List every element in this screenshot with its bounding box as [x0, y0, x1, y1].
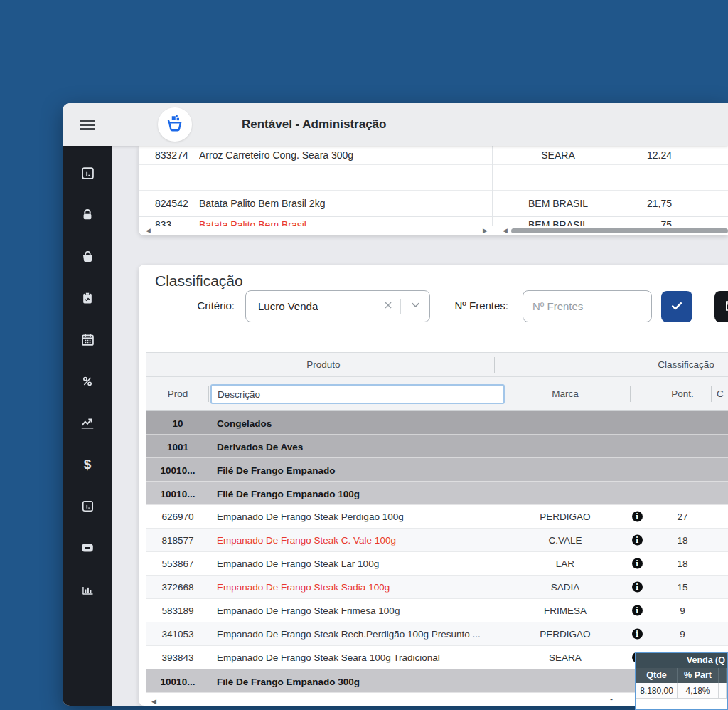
cart-logo-icon [158, 107, 192, 142]
venda-tooltip: Venda (Q Qtde % Part 8.180,00 4,18% [635, 652, 728, 710]
product-points: 15 [647, 582, 718, 593]
info-icon[interactable]: i [632, 558, 643, 569]
grid-group-header: Produto Classificação [146, 352, 728, 377]
criterio-select[interactable]: Lucro Venda [245, 290, 430, 322]
tooltip-title: Venda (Q [636, 653, 727, 668]
product-description: Arroz Carreteiro Cong. Seara 300g [199, 149, 353, 161]
trend-up-icon[interactable] [63, 402, 112, 444]
group-row[interactable]: 10010...Filé De Frango Empanado [146, 458, 728, 482]
product-value: ...75 [629, 219, 672, 226]
app-header: Rentável - Administração [63, 103, 728, 146]
header-divider [494, 357, 495, 373]
product-brand: BEM BRASIL [508, 219, 608, 226]
scroll-left-icon[interactable]: ◀ [146, 227, 151, 235]
table-row[interactable]: 833274 Arroz Carreteiro Cong. Seara 300g… [139, 146, 728, 165]
header-divider [630, 386, 631, 402]
product-row[interactable]: 553867Empanado De Frango Steak Lar 100gL… [146, 552, 728, 576]
product-brand: SEARA [508, 149, 608, 161]
info-icon[interactable]: i [632, 605, 643, 616]
confirm-button[interactable] [661, 291, 692, 322]
footer-dash: - [601, 693, 622, 706]
product-code: 818577 [146, 535, 210, 546]
clipped-value [719, 683, 727, 698]
group-row[interactable]: 1001Derivados De Aves [146, 435, 728, 458]
product-points: 9 [647, 629, 718, 640]
product-code: 341053 [146, 629, 210, 640]
save-icon [724, 300, 728, 314]
marca-column-header[interactable]: Marca [508, 377, 622, 411]
app-window: Rentável - Administração $ 833274 Arroz … [63, 103, 728, 706]
group-row[interactable]: 10Congelados [146, 411, 728, 435]
product-code: 833... [155, 219, 180, 226]
classification-card: Classificação Critério: Lucro Venda Nº F… [139, 265, 728, 706]
info-icon[interactable]: i [632, 512, 643, 522]
product-code: 393843 [146, 652, 210, 663]
product-description: Batata Palito Bem Brasil ... [199, 219, 318, 226]
scroll-right-icon[interactable]: ▶ [483, 227, 488, 235]
save-button[interactable] [714, 291, 728, 322]
product-description: Empanado De Frango Steak Frimesa 100g [217, 605, 400, 616]
frentes-input[interactable] [523, 290, 652, 322]
part-value: 4,18% [678, 683, 719, 698]
app-title: Rentável - Administração [242, 103, 386, 146]
product-row[interactable]: 341053Empanado De Frango Steak Rech.Perd… [146, 622, 728, 646]
product-brand: BEM BRASIL [508, 198, 608, 209]
table-row[interactable]: 824542 Batata Palito Bem Brasil 2kg BEM … [139, 191, 728, 217]
product-brand: SADIA [508, 582, 622, 593]
product-description: Empanado De Frango Steak Perdigão 100g [217, 512, 404, 522]
group-description: Congelados [217, 418, 272, 428]
panel-divider [492, 146, 493, 226]
descricao-filter-input[interactable] [210, 384, 505, 404]
chevron-down-icon[interactable] [401, 300, 429, 313]
product-code: 824542 [155, 198, 188, 209]
table-row-clipped[interactable]: 833... Batata Palito Bem Brasil ... BEM … [139, 217, 728, 226]
info-icon[interactable]: i [632, 535, 643, 546]
product-row[interactable]: 818577Empanado De Frango Steak C. Vale 1… [146, 529, 728, 552]
product-row[interactable]: 372668Empanado De Frango Steak Sadia 100… [146, 576, 728, 599]
group-code: 10 [146, 418, 210, 428]
product-code: 372668 [146, 582, 210, 593]
produto-group-header: Produto [146, 353, 501, 376]
clear-icon[interactable] [376, 300, 400, 313]
classificacao-group-header: Classificação [636, 353, 728, 376]
chart-square-icon[interactable] [63, 152, 112, 194]
content-area: 833274 Arroz Carreteiro Cong. Seara 300g… [112, 146, 728, 706]
horizontal-scrollbars: ◀ ▶ ◀ [139, 226, 728, 235]
group-code: 10010... [146, 465, 210, 475]
product-description: Empanado De Frango Steak C. Vale 100g [217, 535, 396, 546]
minus-square-icon[interactable] [63, 527, 112, 569]
check-icon [670, 299, 684, 315]
criterio-value: Lucro Venda [246, 300, 376, 312]
partial-column-header[interactable]: C [717, 377, 724, 411]
scroll-left-icon[interactable]: ◀ [503, 227, 508, 235]
group-description: Derivados De Aves [217, 441, 303, 452]
scrollbar-thumb[interactable] [511, 228, 728, 233]
product-row[interactable]: 626970Empanado De Frango Steak Perdigão … [146, 505, 728, 529]
product-value: 12.24 [629, 149, 672, 161]
products-table-card: 833274 Arroz Carreteiro Cong. Seara 300g… [139, 146, 728, 235]
product-description: Batata Palito Bem Brasil 2kg [199, 198, 325, 209]
product-code: 626970 [146, 512, 210, 522]
calendar-icon[interactable] [63, 319, 112, 361]
scroll-left-icon[interactable]: ◀ [151, 698, 156, 705]
product-row[interactable]: 583189Empanado De Frango Steak Frimesa 1… [146, 599, 728, 622]
group-row[interactable]: 10010...Filé De Frango Empanado 100g [146, 482, 728, 505]
product-brand: FRIMESA [508, 605, 622, 616]
prod-column-header[interactable]: Prod [146, 377, 210, 411]
dollar-icon[interactable]: $ [63, 444, 112, 486]
shopping-bag-icon[interactable] [63, 235, 112, 277]
pont-column-header[interactable]: Pont. [647, 377, 718, 411]
chart-square2-icon[interactable] [63, 485, 112, 527]
product-brand: C.VALE [508, 535, 622, 546]
lock-icon[interactable] [63, 194, 112, 236]
product-brand: SEARA [508, 652, 622, 663]
info-icon[interactable]: i [632, 582, 643, 593]
info-icon[interactable]: i [632, 629, 643, 640]
product-description: Empanado De Frango Steak Lar 100g [217, 558, 379, 569]
menu-icon[interactable] [80, 120, 95, 130]
bar-chart-icon[interactable] [63, 568, 112, 610]
group-code: 10010... [146, 488, 210, 499]
product-brand: PERDIGAO [508, 512, 622, 522]
clipboard-icon[interactable] [63, 277, 112, 319]
percent-icon[interactable] [63, 361, 112, 403]
